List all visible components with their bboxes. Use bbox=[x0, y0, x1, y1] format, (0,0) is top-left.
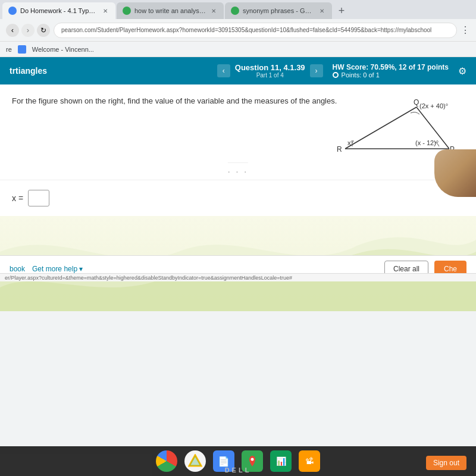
status-bar: er/Player.aspx?cultureId=&theme=math&sty… bbox=[0, 273, 476, 281]
svg-text:R: R bbox=[337, 145, 342, 154]
tab-close-homework[interactable]: ✕ bbox=[101, 7, 109, 15]
tab-synonym[interactable]: synonym phrases - Google Sear ✕ bbox=[225, 2, 332, 19]
sign-out-button[interactable]: Sign out bbox=[426, 456, 466, 470]
status-url: er/Player.aspx?cultureId=&theme=math&sty… bbox=[5, 275, 292, 281]
tab-favicon-analysis bbox=[123, 7, 131, 15]
brand-label: DELL bbox=[225, 466, 252, 474]
tab-analysis[interactable]: how to write an analysis senten ✕ bbox=[117, 2, 224, 19]
tab-close-analysis[interactable]: ✕ bbox=[209, 7, 218, 15]
prev-question-button[interactable]: ‹ bbox=[217, 64, 230, 77]
pearson-nav: ‹ Question 11, 4.1.39 Part 1 of 4 › HW S… bbox=[217, 63, 466, 79]
section-title: trtiangles bbox=[10, 66, 47, 76]
url-text: pearson.com/Student/PlayerHomework.aspx?… bbox=[61, 27, 431, 33]
equation-label: x = bbox=[12, 193, 23, 203]
reload-button[interactable]: ↻ bbox=[37, 24, 50, 37]
question-info: Question 11, 4.1.39 Part 1 of 4 bbox=[235, 63, 305, 79]
bookmark-welcome[interactable]: Welcome - Vincenn... bbox=[32, 46, 94, 53]
bottom-links: book Get more help ▾ bbox=[10, 265, 83, 273]
tab-homework[interactable]: Do Homework - 4.1 Types of tria ✕ bbox=[2, 2, 115, 19]
book-link[interactable]: book bbox=[10, 265, 25, 273]
chrome-taskbar-icon[interactable] bbox=[156, 450, 177, 472]
settings-icon[interactable]: ⚙ bbox=[458, 65, 466, 77]
tab-label-synonym: synonym phrases - Google Sear bbox=[243, 7, 314, 14]
hw-score-label: HW Score: 70.59%, 12 of 17 points bbox=[333, 63, 449, 71]
taskbar: 📄 📊 📽 DELL Sign out bbox=[0, 446, 476, 476]
url-bar[interactable]: pearson.com/Student/PlayerHomework.aspx?… bbox=[54, 23, 457, 38]
pearson-header: trtiangles ‹ Question 11, 4.1.39 Part 1 … bbox=[0, 57, 476, 84]
svg-line-0 bbox=[345, 107, 416, 149]
bookmark-favicon bbox=[18, 45, 26, 54]
question-nav: ‹ Question 11, 4.1.39 Part 1 of 4 › bbox=[217, 63, 323, 79]
content-wrapper: trtiangles ‹ Question 11, 4.1.39 Part 1 … bbox=[0, 57, 476, 311]
question-label: Question 11, 4.1.39 bbox=[235, 63, 305, 72]
new-tab-button[interactable]: + bbox=[333, 2, 350, 19]
bookmark-re[interactable]: re bbox=[6, 46, 12, 53]
points-label: Points: 0 of 1 bbox=[342, 71, 380, 79]
drive-taskbar-icon[interactable] bbox=[184, 450, 206, 472]
laptop-screen: Do Homework - 4.1 Types of tria ✕ how to… bbox=[0, 0, 476, 476]
tab-favicon-synonym bbox=[231, 7, 239, 15]
svg-text:(x - 12)°: (x - 12)° bbox=[415, 139, 439, 146]
svg-text:Q: Q bbox=[414, 98, 419, 107]
tab-label-analysis: how to write an analysis senten bbox=[134, 7, 206, 14]
finger-overlay bbox=[434, 149, 476, 197]
x-input[interactable] bbox=[28, 190, 49, 206]
svg-marker-10 bbox=[189, 455, 201, 466]
browser-window: Do Homework - 4.1 Types of tria ✕ how to… bbox=[0, 0, 476, 476]
next-question-button[interactable]: › bbox=[310, 64, 323, 77]
svg-text:(2x + 40)°: (2x + 40)° bbox=[419, 102, 448, 109]
question-part: Part 1 of 4 bbox=[235, 72, 305, 79]
points-dot bbox=[333, 72, 339, 78]
equation-row: x = bbox=[12, 190, 464, 206]
input-area: x = bbox=[0, 180, 476, 216]
menu-button[interactable]: ⋮ bbox=[461, 24, 470, 36]
slides-taskbar-icon[interactable]: 📽 bbox=[299, 450, 320, 472]
dots-separator: · · · bbox=[228, 162, 248, 180]
svg-point-11 bbox=[251, 458, 254, 461]
points-info: Points: 0 of 1 bbox=[333, 71, 449, 79]
tab-favicon-homework bbox=[8, 7, 17, 15]
help-link[interactable]: Get more help ▾ bbox=[32, 265, 83, 273]
sheets-taskbar-icon[interactable]: 📊 bbox=[270, 450, 292, 472]
back-button[interactable]: ‹ bbox=[6, 24, 19, 37]
bookmarks-bar: re Welcome - Vincenn... bbox=[0, 42, 476, 57]
score-info: HW Score: 70.59%, 12 of 17 points Points… bbox=[333, 63, 449, 79]
question-area: For the figure shown on the right, find … bbox=[0, 84, 476, 180]
tab-bar: Do Homework - 4.1 Types of tria ✕ how to… bbox=[0, 0, 476, 19]
forward-button[interactable]: › bbox=[21, 24, 35, 37]
address-bar: ‹ › ↻ pearson.com/Student/PlayerHomework… bbox=[0, 19, 476, 42]
bookmark-welcome-label: Welcome - Vincenn... bbox=[32, 46, 94, 53]
tab-label-homework: Do Homework - 4.1 Types of tria bbox=[20, 7, 98, 14]
tab-close-synonym[interactable]: ✕ bbox=[318, 7, 326, 15]
bookmark-re-label: re bbox=[6, 46, 12, 53]
